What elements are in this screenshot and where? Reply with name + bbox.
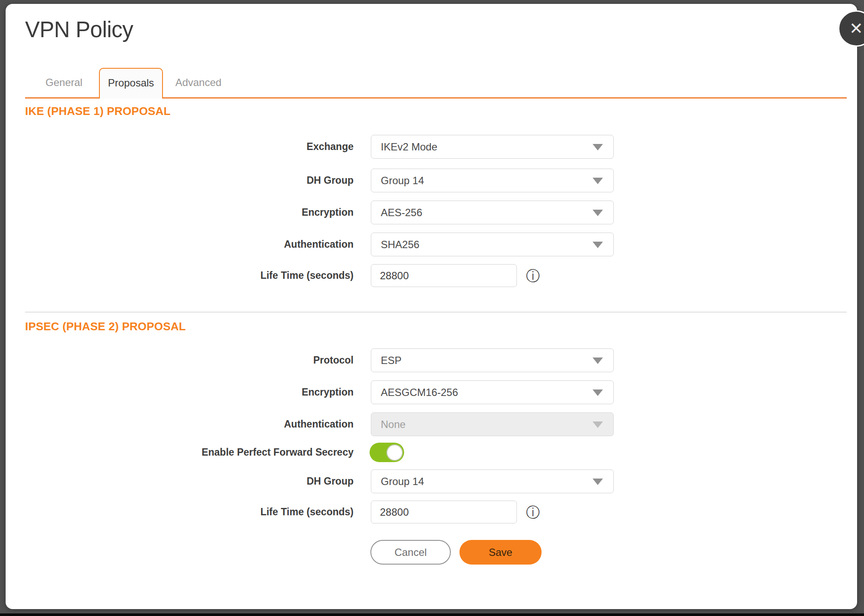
phase2-dh-group-label: DH Group [6, 469, 354, 493]
chevron-down-icon [593, 479, 603, 485]
exchange-select[interactable]: IKEv2 Mode [371, 135, 614, 159]
phase1-encryption-value: AES-256 [381, 201, 422, 224]
phase1-encryption-label: Encryption [6, 201, 354, 224]
chevron-down-icon [593, 144, 603, 150]
phase2-authentication-label: Authentication [6, 412, 354, 436]
tab-advanced[interactable]: Advanced [163, 68, 234, 97]
phase2-authentication-value: None [381, 413, 405, 436]
phase2-encryption-value: AESGCM16-256 [381, 381, 458, 404]
phase1-dh-group-value: Group 14 [381, 169, 424, 192]
protocol-value: ESP [381, 349, 402, 372]
exchange-value: IKEv2 Mode [381, 135, 437, 158]
phase2-dh-group-select[interactable]: Group 14 [371, 469, 614, 493]
phase2-authentication-select-disabled: None [371, 412, 614, 436]
phase1-authentication-label: Authentication [6, 233, 354, 256]
tab-general[interactable]: General [25, 68, 103, 97]
phase1-authentication-value: SHA256 [381, 233, 419, 256]
phase2-life-time-input[interactable] [371, 501, 517, 523]
vpn-policy-dialog: VPN Policy General Proposals Advanced IK… [6, 4, 857, 609]
protocol-label: Protocol [6, 348, 354, 372]
pfs-toggle-knob [386, 444, 403, 461]
chevron-down-icon [593, 178, 603, 184]
phase1-life-time-input[interactable] [371, 264, 517, 287]
chevron-down-icon [593, 421, 603, 428]
chevron-down-icon [593, 210, 603, 216]
screen: VPN Policy General Proposals Advanced IK… [0, 0, 864, 616]
tab-bar: General Proposals Advanced [25, 68, 847, 99]
page-title: VPN Policy [25, 17, 133, 42]
close-icon: ✕ [849, 20, 863, 37]
chevron-down-icon [593, 242, 603, 248]
phase2-heading: IPSEC (PHASE 2) PROPOSAL [25, 320, 186, 333]
protocol-select[interactable]: ESP [371, 348, 614, 372]
tab-proposals[interactable]: Proposals [99, 68, 163, 99]
phase1-dh-group-label: DH Group [6, 169, 354, 192]
phase1-authentication-select[interactable]: SHA256 [371, 233, 614, 256]
chevron-down-icon [593, 357, 603, 364]
info-icon[interactable]: ⓘ [526, 268, 540, 283]
phase1-encryption-select[interactable]: AES-256 [371, 201, 614, 224]
chevron-down-icon [593, 389, 603, 396]
phase2-dh-group-value: Group 14 [381, 470, 424, 493]
phase1-dh-group-select[interactable]: Group 14 [371, 169, 614, 192]
pfs-toggle[interactable] [370, 443, 404, 462]
phase1-life-time-label: Life Time (seconds) [6, 264, 354, 287]
pfs-label: Enable Perfect Forward Secrecy [6, 443, 354, 462]
section-divider [25, 312, 847, 313]
info-icon[interactable]: ⓘ [526, 505, 540, 520]
cancel-button[interactable]: Cancel [370, 540, 451, 565]
phase2-life-time-label: Life Time (seconds) [6, 501, 354, 523]
phase2-encryption-label: Encryption [6, 380, 354, 404]
phase1-heading: IKE (PHASE 1) PROPOSAL [25, 105, 171, 118]
phase2-encryption-select[interactable]: AESGCM16-256 [371, 380, 614, 404]
bottom-strip [0, 613, 864, 616]
exchange-label: Exchange [6, 135, 354, 159]
save-button[interactable]: Save [459, 540, 542, 565]
